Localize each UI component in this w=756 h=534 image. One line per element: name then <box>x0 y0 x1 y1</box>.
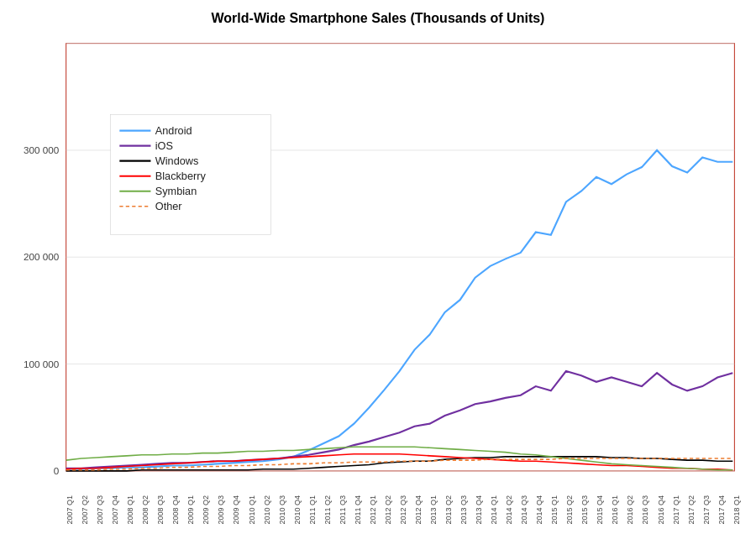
svg-text:2009 Q4: 2009 Q4 <box>232 495 240 525</box>
svg-text:300 000: 300 000 <box>24 144 60 155</box>
svg-text:2013 Q2: 2013 Q2 <box>444 495 453 525</box>
chart-title: World-Wide Smartphone Sales (Thousands o… <box>212 11 545 26</box>
svg-text:2007 Q1: 2007 Q1 <box>66 495 74 525</box>
svg-text:2011 Q4: 2011 Q4 <box>354 495 362 525</box>
svg-text:2014 Q4: 2014 Q4 <box>535 495 543 525</box>
svg-text:2014 Q3: 2014 Q3 <box>520 495 528 525</box>
svg-text:2015 Q1: 2015 Q1 <box>550 495 559 525</box>
svg-text:2010 Q4: 2010 Q4 <box>293 495 302 525</box>
chart-svg: 0 100 000 200 000 300 000 2007 Q1 2007 Q… <box>13 33 743 534</box>
svg-text:2017 Q4: 2017 Q4 <box>717 495 726 525</box>
svg-text:2007 Q3: 2007 Q3 <box>96 495 104 525</box>
svg-text:2018 Q1: 2018 Q1 <box>732 495 741 525</box>
svg-text:200 000: 200 000 <box>24 251 60 262</box>
svg-text:2016 Q1: 2016 Q1 <box>611 495 619 525</box>
legend-windows-label: Windows <box>155 154 199 167</box>
svg-text:2014 Q1: 2014 Q1 <box>490 495 498 525</box>
legend-ios-label: iOS <box>155 139 173 152</box>
svg-text:2015 Q4: 2015 Q4 <box>596 495 604 525</box>
chart-container: World-Wide Smartphone Sales (Thousands o… <box>13 11 743 523</box>
svg-text:2012 Q2: 2012 Q2 <box>384 495 392 525</box>
svg-text:2008 Q3: 2008 Q3 <box>156 495 165 525</box>
svg-text:2009 Q3: 2009 Q3 <box>217 495 225 525</box>
svg-text:2009 Q1: 2009 Q1 <box>186 495 195 525</box>
svg-text:2007 Q4: 2007 Q4 <box>111 495 119 525</box>
svg-text:2017 Q2: 2017 Q2 <box>687 495 696 525</box>
svg-text:2008 Q4: 2008 Q4 <box>171 495 180 525</box>
svg-text:2013 Q4: 2013 Q4 <box>475 495 483 525</box>
svg-text:2012 Q1: 2012 Q1 <box>369 495 377 525</box>
svg-text:2010 Q1: 2010 Q1 <box>248 495 256 525</box>
chart-area: 0 100 000 200 000 300 000 2007 Q1 2007 Q… <box>13 33 743 534</box>
svg-text:2009 Q2: 2009 Q2 <box>202 495 210 525</box>
svg-text:2008 Q2: 2008 Q2 <box>141 495 150 525</box>
svg-text:2007 Q2: 2007 Q2 <box>81 495 89 525</box>
svg-text:2013 Q1: 2013 Q1 <box>429 495 438 525</box>
legend-symbian-label: Symbian <box>155 185 197 197</box>
svg-text:2008 Q1: 2008 Q1 <box>126 495 134 525</box>
legend-blackberry-label: Blackberry <box>155 170 207 182</box>
svg-text:2011 Q2: 2011 Q2 <box>323 495 332 525</box>
svg-text:2013 Q3: 2013 Q3 <box>459 495 468 525</box>
svg-text:2016 Q3: 2016 Q3 <box>641 495 649 525</box>
svg-text:2016 Q4: 2016 Q4 <box>657 495 665 525</box>
svg-text:2015 Q3: 2015 Q3 <box>580 495 589 525</box>
legend-other-label: Other <box>155 200 183 212</box>
svg-text:2011 Q1: 2011 Q1 <box>308 495 317 525</box>
svg-text:100 000: 100 000 <box>24 359 60 369</box>
legend-android-label: Android <box>155 124 192 137</box>
svg-text:2014 Q2: 2014 Q2 <box>505 495 513 525</box>
svg-text:2017 Q1: 2017 Q1 <box>672 495 680 525</box>
svg-text:2010 Q3: 2010 Q3 <box>278 495 286 525</box>
svg-text:0: 0 <box>54 465 60 476</box>
svg-text:2010 Q2: 2010 Q2 <box>263 495 271 525</box>
svg-text:2012 Q4: 2012 Q4 <box>414 495 423 525</box>
svg-text:2011 Q3: 2011 Q3 <box>339 495 347 525</box>
svg-text:2012 Q3: 2012 Q3 <box>399 495 407 525</box>
svg-text:2017 Q3: 2017 Q3 <box>702 495 711 525</box>
svg-text:2015 Q2: 2015 Q2 <box>565 495 574 525</box>
svg-text:2016 Q2: 2016 Q2 <box>626 495 634 525</box>
